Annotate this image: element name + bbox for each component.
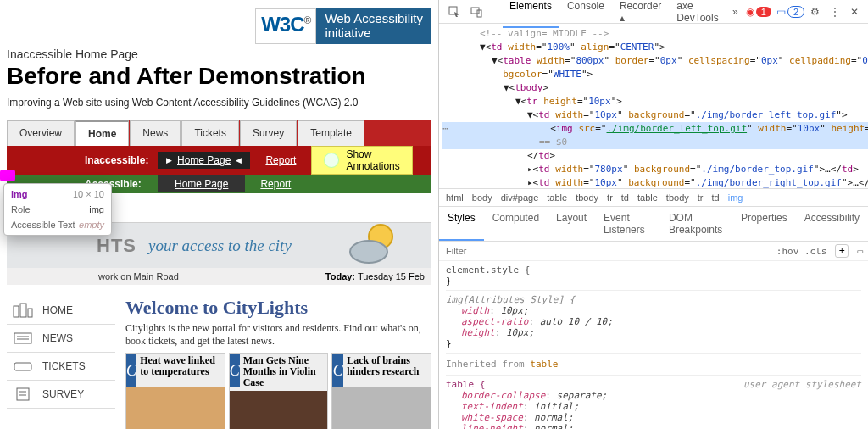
weather-icon <box>343 218 403 269</box>
inaccessible-label: Inaccessible Home Page <box>7 47 431 61</box>
svg-rect-9 <box>17 388 29 400</box>
styles-tab-listeners[interactable]: Event Listeners <box>595 207 660 241</box>
buildings-icon <box>12 302 34 319</box>
styles-rules[interactable]: element.style { } img[Attributes Style] … <box>439 261 868 429</box>
styles-tabs: Styles Computed Layout Event Listeners D… <box>439 207 868 242</box>
styles-tab-layout[interactable]: Layout <box>548 207 595 241</box>
styles-tab-styles[interactable]: Styles <box>439 207 484 241</box>
hov-cls-toggles[interactable]: :hov .cls <box>771 246 832 257</box>
inspect-tooltip: img10 × 10 Roleimg Accessible Textempty <box>3 183 112 236</box>
selected-dom-node[interactable]: ⋯ <img src="./img/border_left_top.gif" w… <box>442 122 868 136</box>
tab-news[interactable]: News <box>130 120 181 146</box>
error-badge[interactable]: 1 <box>756 7 771 17</box>
sidebar-item-survey[interactable]: SURVEY <box>7 381 115 409</box>
news-card[interactable]: CMan Gets Nine Months in Violin Case <box>229 353 329 429</box>
clipboard-icon <box>12 386 34 403</box>
report-link-accessible[interactable]: Report <box>245 176 306 192</box>
tabs-overflow-icon[interactable]: » <box>728 3 743 20</box>
demo-tabs: Overview Home News Tickets Survey Templa… <box>7 120 431 146</box>
tab-tickets[interactable]: Tickets <box>181 120 239 146</box>
report-link-inaccessible[interactable]: Report <box>250 152 311 169</box>
annotation-icon <box>324 153 339 168</box>
home-page-inaccessible[interactable]: ▶Home Page◀ <box>158 152 250 169</box>
svg-point-1 <box>350 241 387 263</box>
triangle-right-icon: ▶ <box>166 156 172 164</box>
show-annotations-button[interactable]: ShowAnnotations <box>311 146 412 175</box>
inspect-element-icon[interactable] <box>444 3 465 20</box>
styles-filter-input[interactable] <box>439 242 771 260</box>
tab-survey[interactable]: Survey <box>240 120 297 146</box>
styles-pane-icon[interactable]: ▭ <box>852 246 868 257</box>
inaccessible-row: Inaccessible: ▶Home Page◀ Report ShowAnn… <box>7 146 431 175</box>
news-card[interactable]: CLack of brains hinders research <box>331 353 431 429</box>
devtools-toolbar: Elements Console Recorder ▴ axe DevTools… <box>439 0 868 24</box>
svg-rect-5 <box>14 333 31 343</box>
ticket-icon <box>12 358 34 375</box>
sidebar-item-news[interactable]: NEWS <box>7 325 115 353</box>
rendered-page: W3C® Web Accessibilityinitiative Inacces… <box>0 0 438 429</box>
devtools-panel: Elements Console Recorder ▴ axe DevTools… <box>438 0 868 429</box>
newspaper-icon <box>12 330 34 347</box>
w3c-wai-logo: W3C® Web Accessibilityinitiative <box>255 8 431 44</box>
page-subtitle: Improving a Web site using Web Content A… <box>7 97 431 109</box>
page-title: Before and After Demonstration <box>7 63 431 90</box>
styles-tab-properties[interactable]: Properties <box>732 207 796 241</box>
welcome-text: Citylights is the new portal for visitor… <box>125 322 431 348</box>
tab-template[interactable]: Template <box>298 120 364 146</box>
home-page-accessible[interactable]: Home Page <box>158 176 245 192</box>
tab-home[interactable]: Home <box>75 120 129 146</box>
sidebar-item-home[interactable]: HOME <box>7 297 115 325</box>
inspect-hover-overlay <box>0 170 15 181</box>
side-nav: HOME NEWS TICKETS SURVEY <box>7 297 115 429</box>
svg-rect-3 <box>20 304 26 317</box>
svg-rect-8 <box>14 363 31 370</box>
dom-breadcrumbs[interactable]: htmlbodydiv#pagetabletbodytrtdtabletbody… <box>439 188 868 207</box>
issues-badge[interactable]: 2 <box>787 6 804 18</box>
card-image <box>332 387 431 429</box>
styles-tab-breakpoints[interactable]: DOM Breakpoints <box>660 207 732 241</box>
device-toolbar-icon[interactable] <box>466 3 487 20</box>
styles-tab-computed[interactable]: Computed <box>484 207 548 241</box>
card-image <box>126 387 225 429</box>
new-style-rule-button[interactable]: + <box>835 244 849 258</box>
kebab-icon[interactable]: ⋮ <box>826 3 844 20</box>
dom-tree[interactable]: <!-- valign= MIDDLE --> ▼<td width="100%… <box>439 24 868 188</box>
tab-overview[interactable]: Overview <box>7 120 75 146</box>
close-icon[interactable]: ✕ <box>846 3 863 20</box>
triangle-left-icon: ◀ <box>236 156 242 164</box>
sidebar-item-tickets[interactable]: TICKETS <box>7 353 115 381</box>
styles-tab-accessibility[interactable]: Accessibility <box>796 207 868 241</box>
card-image <box>230 391 328 429</box>
today-row: work on Main Road Today: Tuesday 15 Feb <box>7 268 431 285</box>
gear-icon[interactable]: ⚙ <box>806 3 824 20</box>
svg-rect-4 <box>28 309 32 317</box>
news-card[interactable]: CHeat wave linked to temperatures <box>125 353 225 429</box>
svg-rect-2 <box>14 306 19 317</box>
welcome-heading: Welcome to CityLights <box>125 297 431 319</box>
